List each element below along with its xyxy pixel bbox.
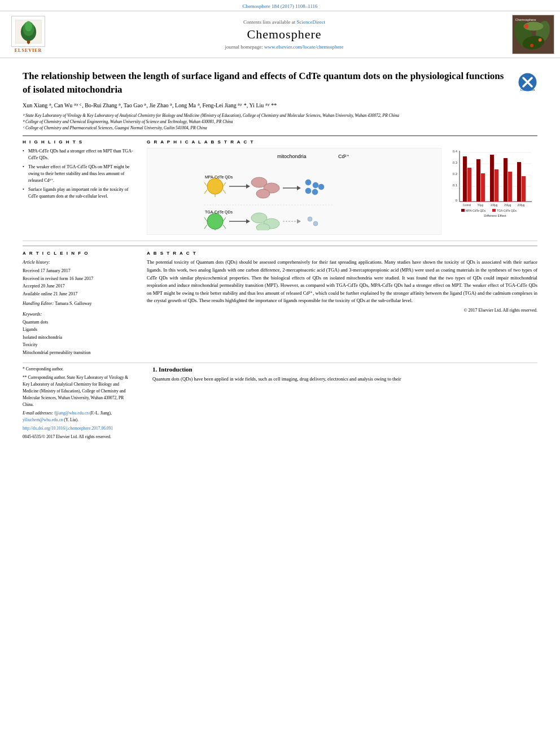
svg-text:Chemosphere: Chemosphere bbox=[515, 18, 536, 21]
introduction-column: 1. Introduction Quantum dots (QDs) have … bbox=[152, 366, 537, 442]
svg-text:150μg: 150μg bbox=[504, 204, 511, 207]
svg-text:0.4: 0.4 bbox=[453, 150, 458, 153]
svg-text:0: 0 bbox=[456, 199, 458, 202]
svg-rect-78 bbox=[508, 172, 512, 202]
svg-point-34 bbox=[256, 189, 270, 198]
available-date: Available online 21 June 2017 bbox=[23, 290, 135, 298]
svg-marker-31 bbox=[246, 184, 250, 189]
svg-marker-57 bbox=[297, 219, 301, 224]
svg-rect-73 bbox=[476, 159, 480, 202]
svg-line-29 bbox=[223, 190, 226, 194]
sciencedirect-link[interactable]: ScienceDirect bbox=[297, 19, 325, 25]
svg-text:50μg: 50μg bbox=[478, 204, 484, 207]
svg-rect-77 bbox=[504, 158, 508, 202]
svg-rect-76 bbox=[495, 169, 498, 202]
highlights-column: H I G H L I G H T S MPA-CdTe QDs had a s… bbox=[23, 139, 135, 235]
affiliation-c: ᶜ College of Chemistry and Pharmaceutica… bbox=[23, 125, 537, 131]
footnote-email-block: E-mail addresses: fjjiang@whu.edu.cn (F.… bbox=[23, 410, 135, 423]
article-info-abstract-section: A R T I C L E I N F O Article history: R… bbox=[23, 246, 537, 356]
revised-date: Received in revised form 16 June 2017 bbox=[23, 275, 135, 283]
svg-point-4 bbox=[25, 21, 32, 31]
svg-rect-80 bbox=[522, 176, 526, 202]
svg-line-49 bbox=[223, 217, 226, 221]
svg-text:Different Effect: Different Effect bbox=[484, 214, 506, 217]
footer-notes: * Corresponding author. ** Corresponding… bbox=[23, 366, 135, 440]
ga-diagram-svg: mitochondria Cd²⁺ MPA-CdTe QDs bbox=[150, 151, 438, 230]
footnote-corresponding1: * Corresponding author. bbox=[23, 366, 135, 373]
abstract-heading: A B S T R A C T bbox=[147, 251, 537, 256]
doi-link[interactable]: http://dx.doi.org/10.1016/j.chemosphere.… bbox=[23, 426, 113, 431]
ga-chart-svg: 0.4 0.3 0.2 0.1 0 bbox=[447, 148, 535, 219]
elsevier-tree-icon bbox=[13, 18, 44, 46]
page-container: Chemosphere 184 (2017) 1108–1116 bbox=[0, 0, 560, 442]
svg-text:0.2: 0.2 bbox=[453, 172, 458, 176]
crossmark-badge[interactable]: CrossMark bbox=[518, 72, 537, 92]
abstract-column: A B S T R A C T The potential toxicity o… bbox=[147, 251, 537, 356]
highlight-item-1: MPA-CdTe QDs had a stronger effect on MP… bbox=[23, 148, 135, 161]
svg-line-50 bbox=[223, 225, 226, 229]
footer-section: * Corresponding author. ** Corresponding… bbox=[23, 366, 537, 442]
handling-editor-block: Handling Editor: Tamara S. Galloway bbox=[23, 300, 135, 308]
authors-line: Xun Xiang ᵃ, Can Wu ᵃʸ ᶜ, Bo-Rui Zhang ᵃ… bbox=[23, 101, 537, 110]
svg-line-24 bbox=[204, 182, 207, 186]
journal-info-center: Contents lists available at ScienceDirec… bbox=[56, 19, 512, 50]
article-info-heading: A R T I C L E I N F O bbox=[23, 251, 135, 256]
homepage-line: journal homepage: www.elsevier.com/locat… bbox=[56, 44, 512, 50]
svg-text:MPA-CdTe QDs: MPA-CdTe QDs bbox=[466, 209, 486, 212]
journal-thumbnail: Chemosphere bbox=[512, 15, 554, 54]
svg-rect-86 bbox=[461, 209, 465, 212]
svg-line-25 bbox=[204, 190, 207, 194]
svg-point-41 bbox=[318, 184, 324, 190]
graphical-abstract-content: mitochondria Cd²⁺ MPA-CdTe QDs bbox=[147, 148, 537, 235]
article-title: The relationship between the length of s… bbox=[23, 69, 509, 97]
ga-chart: 0.4 0.3 0.2 0.1 0 bbox=[447, 148, 537, 220]
svg-point-23 bbox=[207, 178, 223, 194]
article-body: The relationship between the length of s… bbox=[0, 58, 560, 442]
email-name-1: (F.-L. Jiang), bbox=[90, 410, 112, 416]
svg-text:MPA-CdTe QDs: MPA-CdTe QDs bbox=[205, 175, 233, 180]
elsevier-logo-box bbox=[11, 16, 45, 47]
affiliation-b: ᵇ College of Chemistry and Chemical Engi… bbox=[23, 119, 537, 125]
svg-point-14 bbox=[530, 44, 533, 47]
received-date: Received 17 January 2017 bbox=[23, 267, 135, 275]
article-info-column: A R T I C L E I N F O Article history: R… bbox=[23, 251, 135, 356]
abstract-text: The potential toxicity of Quantum dots (… bbox=[147, 259, 537, 305]
svg-rect-75 bbox=[490, 155, 494, 202]
email-label: E-mail addresses: bbox=[23, 410, 53, 416]
journal-header: ELSEVIER Contents lists available at Sci… bbox=[0, 11, 560, 58]
issn-line: 0045-6535/© 2017 Elsevier Ltd. All right… bbox=[23, 434, 135, 440]
email-name-2: (Y. Liu). bbox=[64, 417, 78, 422]
keywords-label: Keywords: bbox=[23, 312, 42, 317]
graphical-abstract-heading: G R A P H I C A L A B S T R A C T bbox=[147, 139, 537, 145]
citation-text: Chemosphere 184 (2017) 1108–1116 bbox=[242, 3, 317, 9]
accepted-date: Accepted 20 June 2017 bbox=[23, 282, 135, 290]
svg-text:TGA-CdTe QDs: TGA-CdTe QDs bbox=[205, 210, 233, 215]
keyword-1: Quantum dots bbox=[23, 318, 135, 326]
introduction-heading: 1. Introduction bbox=[152, 366, 537, 373]
journal-cover-image: Chemosphere bbox=[513, 15, 554, 54]
elsevier-name: ELSEVIER bbox=[15, 48, 42, 53]
footer-notes-column: * Corresponding author. ** Corresponding… bbox=[23, 366, 135, 442]
graphical-abstract-column: G R A P H I C A L A B S T R A C T mitoch… bbox=[147, 139, 537, 235]
article-history-block: Article history: Received 17 January 201… bbox=[23, 259, 135, 298]
svg-point-44 bbox=[207, 213, 223, 229]
elsevier-logo: ELSEVIER bbox=[6, 16, 51, 53]
svg-text:CrossMark: CrossMark bbox=[520, 88, 535, 91]
svg-text:0.1: 0.1 bbox=[453, 184, 458, 187]
svg-text:mitochondria: mitochondria bbox=[277, 154, 307, 159]
svg-rect-71 bbox=[463, 156, 467, 202]
homepage-link[interactable]: www.elsevier.com/locate/chemosphere bbox=[264, 44, 343, 50]
email-link-2[interactable]: yiliuchem@whu.edu.cn bbox=[23, 417, 63, 422]
svg-point-13 bbox=[539, 38, 542, 42]
svg-marker-52 bbox=[246, 219, 250, 224]
svg-text:200μg: 200μg bbox=[518, 204, 525, 207]
affiliation-a: ᵃ State Key Laboratory of Virology & Key… bbox=[23, 112, 537, 119]
keyword-3: Isolated mitochondria bbox=[23, 334, 135, 342]
email-link-1[interactable]: fjjiang@whu.edu.cn bbox=[54, 410, 89, 416]
highlight-item-3: Surface ligands play an important role i… bbox=[23, 186, 135, 200]
journal-title: Chemosphere bbox=[56, 27, 512, 42]
footer-divider bbox=[23, 362, 537, 363]
keyword-5: Mitochondrial permeability transition bbox=[23, 349, 135, 357]
svg-rect-74 bbox=[481, 173, 485, 202]
introduction-text: Quantum dots (QDs) have been applied in … bbox=[152, 375, 537, 383]
